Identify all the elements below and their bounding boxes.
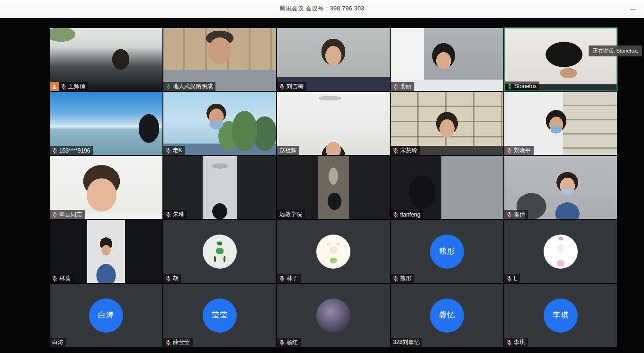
name-label: Stonefox	[505, 81, 539, 91]
person-icon	[52, 84, 57, 90]
name-label: L	[504, 274, 520, 283]
participant-label-row: 杨红	[277, 338, 301, 347]
participant-tile[interactable]: 153****9196	[49, 91, 163, 155]
participant-label-row: 林子	[277, 274, 301, 283]
participant-name: 龚丽	[400, 82, 411, 91]
robot-toy-avatar-image	[203, 235, 237, 269]
participant-name: Stonefox	[514, 83, 537, 90]
participant-name: 薛莹莹	[173, 338, 190, 346]
participant-tile[interactable]: L	[504, 219, 617, 283]
name-label: 林蔷	[50, 274, 73, 283]
mic-muted-icon	[506, 339, 512, 345]
mic-muted-icon	[165, 211, 171, 217]
participant-tile[interactable]: 熊彤熊彤	[390, 219, 504, 283]
participant-label-row: 龚丽	[391, 82, 414, 91]
name-label: tianfeng	[391, 210, 423, 219]
participant-tile[interactable]: 白涛白涛	[49, 283, 163, 347]
participant-tile[interactable]: 莹莹薛莹莹	[163, 283, 277, 347]
name-label: 熊彤	[391, 274, 414, 283]
participant-tile[interactable]: 龚丽	[390, 27, 504, 91]
name-label: 老K	[163, 146, 185, 155]
cartoon-girl-avatar-image	[544, 235, 578, 269]
cartoon-cat-avatar-image	[316, 235, 350, 269]
name-label: 刘雪梅	[277, 82, 306, 91]
participant-tile[interactable]: 宋慧玲	[390, 91, 504, 155]
name-label: 刘晓平	[504, 146, 534, 155]
participant-tile[interactable]: 远教学院	[277, 155, 390, 219]
mic-muted-icon	[506, 147, 512, 154]
participant-tile[interactable]: 杨红	[277, 283, 390, 347]
participant-tile[interactable]: 赵祖辉	[277, 91, 390, 155]
mic-muted-icon	[279, 339, 285, 345]
name-label: 雷倩	[504, 210, 528, 219]
participant-label-row: 远教学院	[277, 210, 305, 219]
participant-tile[interactable]: 王师傅	[49, 27, 163, 91]
participant-tile[interactable]: 朱琳	[163, 155, 277, 219]
participant-tile[interactable]: 馨忆328刘馨忆	[390, 283, 504, 347]
participant-name: 刘雪梅	[286, 82, 304, 91]
name-label: 宋慧玲	[391, 146, 420, 155]
avatar-initials: 白涛	[89, 299, 123, 333]
participant-label-row: 薛莹莹	[163, 338, 193, 347]
name-label: 林子	[277, 274, 301, 283]
participant-tile[interactable]: 刘晓平	[504, 91, 617, 155]
participant-tile[interactable]: 翠云同志	[49, 155, 163, 219]
participant-label-row: 熊彤	[391, 274, 414, 283]
participant-label-row: 白涛	[50, 338, 66, 347]
name-label: 朱琳	[163, 210, 187, 219]
participant-label-row: 李琪	[504, 338, 528, 347]
participant-name: 翠云同志	[59, 210, 82, 218]
participant-name: 地大武汉隋明成	[173, 82, 213, 91]
participant-label-row: tianfeng	[391, 210, 423, 219]
participant-label-row: 朱琳	[163, 210, 187, 219]
name-label: 薛莹莹	[163, 338, 193, 347]
participant-tile[interactable]: 雷倩	[504, 155, 617, 219]
participant-label-row: Stonefox	[505, 81, 539, 91]
participant-name: 朱琳	[173, 210, 184, 218]
participant-label-row: 刘雪梅	[277, 82, 306, 91]
participant-label-row: 翠云同志	[50, 210, 85, 219]
avatar-area: 白涛	[50, 284, 162, 347]
participant-tile[interactable]: 胡	[163, 219, 277, 283]
name-label: 地大武汉隋明成	[163, 82, 215, 91]
mic-muted-icon	[52, 147, 58, 154]
participant-tile[interactable]: 李琪李琪	[504, 283, 617, 347]
participant-name: 老K	[173, 146, 182, 154]
avatar-initials: 馨忆	[430, 299, 464, 333]
mic-muted-icon	[393, 83, 399, 90]
participant-name: 刘晓平	[514, 146, 531, 154]
cat-photo-avatar-image	[316, 299, 350, 333]
avatar-initials: 熊彤	[430, 235, 464, 269]
participant-tile[interactable]: 地大武汉隋明成	[163, 27, 277, 91]
participant-tile[interactable]: tianfeng	[390, 155, 504, 219]
name-label: 白涛	[50, 338, 66, 347]
participant-label-row: 刘晓平	[504, 146, 534, 155]
mic-active-icon	[165, 83, 171, 90]
participant-name: 153****9196	[59, 147, 90, 154]
mic-muted-icon	[165, 147, 171, 154]
participant-name: L	[514, 275, 517, 282]
minimize-button[interactable]: —	[626, 0, 640, 18]
name-label: 杨红	[277, 338, 301, 347]
name-label: 龚丽	[391, 82, 414, 91]
avatar-initials: 莹莹	[203, 299, 237, 333]
participant-label-row: 老K	[163, 146, 185, 155]
participant-name: 远教学院	[279, 210, 302, 218]
participant-label-row: 328刘馨忆	[391, 338, 422, 347]
mic-muted-icon	[506, 211, 512, 217]
mic-muted-icon	[52, 211, 58, 217]
participant-label-row: 王师傅	[50, 82, 88, 91]
mic-muted-icon	[393, 211, 399, 217]
participant-tile[interactable]: Stonefox	[504, 27, 617, 91]
participant-name: 宋慧玲	[400, 146, 417, 154]
mic-muted-icon	[506, 275, 512, 281]
participant-label-row: 地大武汉隋明成	[163, 82, 215, 91]
participant-tile[interactable]: 刘雪梅	[277, 27, 390, 91]
participant-tile[interactable]: 林子	[277, 219, 390, 283]
participant-label-row: 雷倩	[504, 210, 528, 219]
participant-tile[interactable]: 林蔷	[49, 219, 163, 283]
participant-tile[interactable]: 老K	[163, 91, 277, 155]
mic-muted-icon	[61, 83, 67, 90]
mic-active-icon	[507, 83, 513, 89]
meeting-grid: 王师傅地大武汉隋明成刘雪梅龚丽Stonefox153****9196老K赵祖辉宋…	[49, 27, 617, 347]
